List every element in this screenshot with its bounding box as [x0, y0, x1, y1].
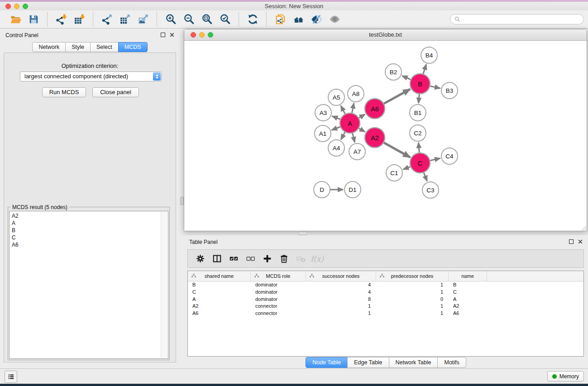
edge-A-A8[interactable]: [352, 103, 354, 113]
network-zoom-button[interactable]: [208, 32, 213, 38]
table-mode-options-button[interactable]: [193, 253, 207, 265]
import-table-from-file-button[interactable]: [72, 13, 87, 26]
table-cell: 4: [306, 289, 376, 296]
run-mcds-button[interactable]: Run MCDS: [42, 87, 86, 97]
vertical-split-grip[interactable]: [180, 197, 184, 205]
tab-style[interactable]: Style: [65, 42, 91, 52]
mcds-result-item[interactable]: A2: [10, 212, 168, 219]
edge-A-A6[interactable]: [359, 114, 365, 118]
edge-A-A3[interactable]: [332, 116, 340, 119]
show-hide-graphics-details-button[interactable]: [309, 13, 324, 26]
tab-network[interactable]: Network: [32, 42, 66, 52]
close-panel-icon[interactable]: [170, 33, 174, 37]
toolbar-separator: [266, 12, 267, 27]
export-table-button[interactable]: [117, 13, 133, 26]
mcds-result-list[interactable]: A2ABCA6: [9, 211, 168, 359]
home-button[interactable]: [291, 13, 306, 26]
delete-columns-button[interactable]: [277, 253, 291, 265]
table-cell: A2: [188, 303, 251, 310]
close-panel-button[interactable]: Close panel: [92, 87, 139, 97]
save-session-button[interactable]: [26, 13, 41, 26]
memory-button[interactable]: Memory: [547, 371, 584, 381]
table-row[interactable]: A6connector11A6: [188, 310, 583, 317]
clone-network-icon: [275, 14, 286, 25]
toolbar-separator: [239, 12, 239, 27]
edge-A-A4[interactable]: [341, 132, 345, 139]
apply-preferred-layout-button[interactable]: [245, 13, 260, 26]
zoom-fit-content-button[interactable]: [199, 13, 215, 26]
float-table-panel-icon[interactable]: [569, 239, 574, 244]
list-scrollbar[interactable]: [161, 212, 167, 358]
edge-B-B4[interactable]: [423, 64, 426, 74]
create-new-column-button[interactable]: [260, 253, 274, 265]
edge-B-B2[interactable]: [402, 76, 411, 79]
edge-A6-B[interactable]: [384, 89, 410, 104]
search-input[interactable]: [463, 16, 580, 23]
close-table-panel-icon[interactable]: [578, 239, 583, 244]
column-header-shared-name[interactable]: shared name: [188, 271, 251, 281]
float-panel-icon[interactable]: [161, 33, 165, 37]
home-icon: [293, 14, 304, 25]
tab-edge-table[interactable]: Edge Table: [347, 357, 389, 368]
mcds-result-item[interactable]: A6: [10, 241, 168, 248]
mcds-result-item[interactable]: C: [10, 234, 168, 241]
network-close-button[interactable]: [191, 32, 196, 38]
clone-network-button[interactable]: [272, 13, 288, 26]
tab-motifs[interactable]: Motifs: [437, 357, 466, 368]
edge-B-B1[interactable]: [419, 94, 420, 103]
table-row[interactable]: Cdominator41C: [188, 289, 583, 296]
zoom-out-button[interactable]: [181, 13, 196, 26]
select-all-button[interactable]: [227, 253, 241, 265]
window-resize-grip[interactable]: [580, 224, 587, 231]
close-window-button[interactable]: [5, 4, 11, 9]
column-header-predecessor-nodes[interactable]: predecessor nodes: [376, 271, 449, 281]
column-header-mcds-role[interactable]: MCDS role: [251, 271, 306, 281]
edge-C-C3[interactable]: [424, 172, 427, 181]
node-label-C4: C4: [445, 153, 454, 160]
tab-mcds[interactable]: MCDS: [118, 42, 148, 52]
zoom-in-button[interactable]: [163, 13, 178, 26]
import-network-from-file-button[interactable]: [53, 13, 69, 26]
main-area: Control Panel NetworkStyleSelectMCDS Opt…: [0, 29, 588, 369]
network-minimize-button[interactable]: [199, 32, 205, 38]
show-log-button[interactable]: [5, 371, 17, 383]
mcds-result-item[interactable]: A: [10, 219, 168, 227]
edge-A-A7[interactable]: [353, 133, 355, 142]
table-row[interactable]: Adominator80A: [188, 296, 583, 303]
edge-B-B3[interactable]: [430, 86, 440, 88]
table-cell: 1: [376, 303, 449, 310]
toggle-network-view-button[interactable]: [327, 13, 342, 26]
mcds-result-item[interactable]: B: [10, 227, 168, 234]
table-panel: Table Panel f(x) shared nameMCDS rolesuc…: [184, 235, 588, 368]
edge-A-A2[interactable]: [359, 129, 365, 132]
optimization-criterion-value: largest connected component (directed): [20, 72, 161, 81]
edge-C-C4[interactable]: [430, 158, 440, 161]
tab-network-table[interactable]: Network Table: [389, 357, 438, 368]
edge-A2-C[interactable]: [384, 143, 410, 157]
column-header-name[interactable]: name: [449, 271, 487, 281]
table-row[interactable]: Bdominator41B: [188, 281, 583, 289]
deselect-all-button[interactable]: [244, 253, 258, 265]
tab-select[interactable]: Select: [90, 42, 119, 52]
node-label-C3: C3: [426, 187, 434, 194]
optimization-criterion-select[interactable]: largest connected component (directed): [20, 71, 162, 81]
export-image-button[interactable]: [135, 13, 151, 26]
open-session-button[interactable]: [8, 13, 23, 26]
select-stepper[interactable]: [153, 72, 161, 81]
show-columns-button[interactable]: [210, 253, 224, 265]
edge-A-A5[interactable]: [341, 106, 345, 114]
column-header-successor-nodes[interactable]: successor nodes: [306, 271, 376, 281]
zoom-window-button[interactable]: [23, 4, 28, 9]
zoom-selected-button[interactable]: [217, 13, 233, 26]
horizontal-split-grip[interactable]: [299, 232, 307, 235]
edge-A-A1[interactable]: [332, 127, 340, 130]
edge-C-C2[interactable]: [419, 143, 420, 152]
tab-node-table[interactable]: Node Table: [306, 357, 348, 368]
export-network-button[interactable]: [99, 13, 115, 26]
table-row[interactable]: A2connector11A2: [188, 303, 583, 310]
edge-C-C1[interactable]: [403, 167, 411, 169]
network-canvas[interactable]: B4B2BB3A8A5A6A3B1AA1C2A2A4A7C4CC1DD1C3: [184, 41, 587, 231]
minimize-window-button[interactable]: [14, 4, 19, 9]
search-box[interactable]: [450, 14, 584, 24]
save-icon: [28, 14, 39, 25]
